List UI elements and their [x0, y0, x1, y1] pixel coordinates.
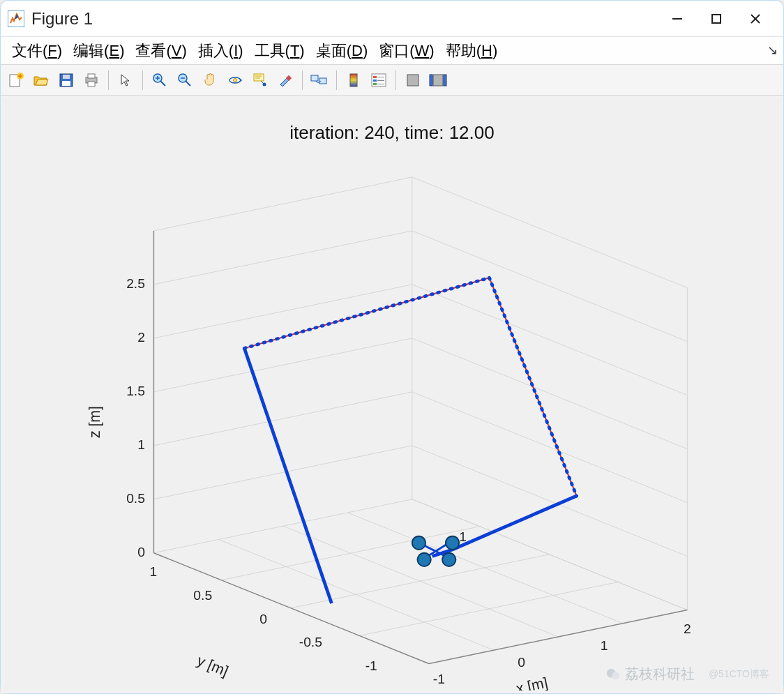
svg-line-26: [261, 81, 264, 84]
toolbar-separator: [302, 70, 303, 90]
open-file-icon: [33, 72, 50, 89]
zoom-out-button[interactable]: [174, 69, 196, 91]
axes-3d[interactable]: iteration: 240, time: 12.00: [3, 98, 781, 691]
save-file-button[interactable]: [55, 69, 77, 91]
axes-box-edges: [153, 231, 687, 664]
menu-window[interactable]: 窗口(W): [373, 39, 439, 63]
new-figure-icon: [8, 72, 24, 89]
menu-view[interactable]: 查看(V): [130, 39, 192, 63]
new-figure-button[interactable]: [5, 69, 27, 91]
axes-svg: 0 0.5 1 1.5 2 2.5 1 0.5 0 -0.5 -1 -1: [3, 140, 781, 691]
svg-rect-0: [8, 10, 24, 27]
hide-plot-tools-button[interactable]: [402, 69, 424, 91]
svg-rect-36: [373, 83, 377, 85]
svg-line-50: [412, 392, 688, 503]
x-tick-label: 2: [684, 621, 691, 636]
svg-line-43: [153, 392, 412, 446]
toolbar-separator: [108, 70, 109, 90]
svg-rect-11: [88, 74, 95, 78]
z-tick-label: 2: [137, 330, 145, 345]
y-tick-label: 1: [150, 564, 158, 579]
toolbar: [1, 65, 783, 96]
actual-trajectory: [244, 278, 576, 603]
y-tick-label: 0: [259, 612, 267, 626]
svg-rect-32: [373, 76, 377, 78]
pointer-icon: [118, 73, 133, 88]
svg-rect-40: [433, 75, 443, 86]
minimize-button[interactable]: [658, 1, 697, 37]
svg-line-54: [361, 582, 619, 635]
menu-help[interactable]: 帮助(H): [440, 39, 504, 63]
svg-rect-8: [63, 75, 70, 79]
pan-button[interactable]: [199, 69, 221, 91]
menu-insert[interactable]: 插入(I): [193, 39, 249, 63]
zoom-in-icon: [151, 72, 168, 89]
wechat-icon: [605, 667, 621, 682]
pointer-button[interactable]: [114, 69, 137, 91]
z-tick-label: 1.5: [126, 384, 145, 398]
menu-desktop[interactable]: 桌面(D): [310, 39, 374, 63]
brush-icon: [277, 72, 294, 89]
svg-line-57: [347, 513, 623, 624]
svg-point-60: [412, 536, 425, 550]
svg-line-49: [412, 338, 688, 449]
colorbar-icon: [346, 73, 361, 88]
svg-rect-34: [373, 80, 377, 82]
rotate3d-button[interactable]: [224, 69, 246, 91]
link-plots-icon: [310, 72, 329, 89]
x-tick-label: 1: [601, 638, 608, 653]
menu-tools[interactable]: 工具(T): [249, 39, 310, 63]
legend-icon: [370, 73, 387, 88]
zoom-out-icon: [176, 72, 193, 89]
print-button[interactable]: [80, 69, 103, 91]
titlebar: Figure 1: [1, 1, 783, 37]
svg-point-65: [612, 672, 619, 679]
print-icon: [83, 72, 100, 89]
svg-rect-28: [311, 75, 318, 81]
toolbar-separator: [142, 70, 143, 90]
z-tick-label: 0: [137, 545, 145, 559]
menubar: 文件(F) 编辑(E) 查看(V) 插入(I) 工具(T) 桌面(D) 窗口(W…: [1, 37, 783, 65]
menu-edit[interactable]: 编辑(E): [68, 39, 130, 63]
brush-button[interactable]: [274, 69, 296, 91]
svg-rect-9: [62, 81, 70, 86]
zoom-in-button[interactable]: [149, 69, 171, 91]
data-cursor-button[interactable]: [249, 69, 271, 91]
watermark: 荔枝科研社 @51CTO博客: [605, 665, 769, 684]
svg-line-42: [153, 446, 412, 499]
save-icon: [59, 73, 74, 88]
svg-line-46: [153, 231, 412, 285]
insert-legend-button[interactable]: [368, 69, 390, 91]
svg-rect-38: [407, 75, 419, 86]
y-tick-label: -1: [365, 658, 377, 673]
undock-arrow-icon[interactable]: ↘: [767, 43, 778, 58]
svg-rect-22: [254, 74, 264, 81]
grid-box: [153, 177, 687, 664]
open-file-button[interactable]: [30, 69, 52, 91]
x-axis-label: x [m]: [515, 674, 550, 691]
svg-rect-2: [712, 15, 721, 23]
svg-rect-41: [444, 75, 446, 86]
close-button[interactable]: [736, 1, 775, 37]
toolbar-separator: [336, 70, 337, 90]
show-plot-tools-button[interactable]: [427, 69, 449, 91]
maximize-icon: [711, 13, 722, 24]
plot-area: iteration: 240, time: 12.00: [1, 96, 783, 693]
z-ticks: 0 0.5 1 1.5 2 2.5: [126, 276, 145, 559]
svg-rect-39: [430, 75, 432, 86]
maximize-button[interactable]: [697, 1, 736, 37]
z-axis-label: z [m]: [86, 406, 103, 438]
z-tick-label: 0.5: [126, 491, 145, 506]
svg-point-62: [418, 553, 431, 566]
svg-line-44: [153, 338, 412, 392]
y-ticks: 1 0.5 0 -0.5 -1: [150, 564, 377, 673]
x-tick-label: 0: [518, 655, 525, 670]
link-plots-button[interactable]: [308, 69, 331, 91]
insert-colorbar-button[interactable]: [342, 69, 365, 91]
svg-rect-30: [350, 74, 357, 86]
svg-rect-12: [88, 82, 95, 86]
minimize-icon: [671, 13, 684, 25]
menu-file[interactable]: 文件(F): [6, 39, 68, 63]
reference-trajectory: [244, 278, 576, 603]
watermark-subtext: @51CTO博客: [709, 668, 769, 681]
